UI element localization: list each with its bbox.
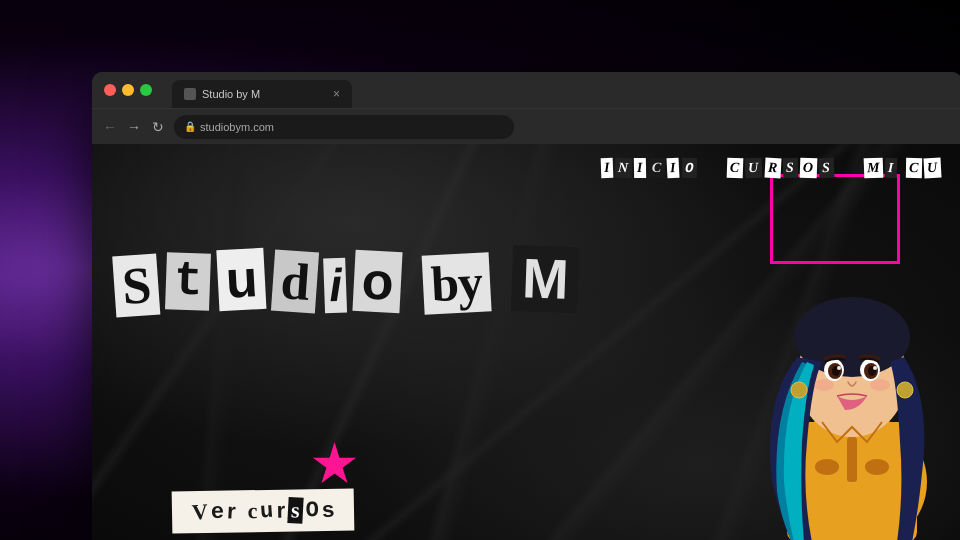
vc-char: c: [247, 498, 257, 524]
nav-char: s: [783, 158, 798, 178]
nav-char: C: [727, 158, 744, 179]
vc-char: O: [306, 498, 320, 523]
nav-char: u: [923, 158, 941, 179]
svg-point-18: [815, 459, 839, 475]
nav-char: i: [667, 158, 680, 179]
lock-icon: 🔒: [184, 121, 196, 132]
studio-by-m-text: S t u d i o by M: [112, 249, 579, 315]
address-input[interactable]: 🔒 studiobym.com: [174, 115, 514, 139]
vc-char: s: [288, 497, 304, 524]
vc-char: V: [191, 499, 209, 526]
address-bar-row: ← → ↻ 🔒 studiobym.com: [92, 108, 960, 144]
nav-item-cursos[interactable]: C u r s O s: [726, 158, 835, 178]
title-letter-o: o: [353, 250, 403, 314]
ver-cursos-button[interactable]: V e r c u r s O s: [172, 488, 355, 533]
nav-item-inicio[interactable]: I n i c i o: [600, 158, 698, 178]
tab-bar: Studio by M ×: [172, 72, 352, 108]
webpage-content: I n i c i o C u r s O s M i c: [92, 144, 960, 540]
nav-char: c: [649, 158, 666, 179]
nav-char: s: [818, 158, 834, 179]
svg-point-14: [870, 379, 890, 391]
character-illustration: [742, 202, 960, 540]
nav-char: u: [745, 158, 763, 179]
browser-window: Studio by M × ← → ↻ 🔒 studiobym.com I n …: [92, 72, 960, 540]
refresh-button[interactable]: ↻: [150, 119, 166, 135]
active-tab[interactable]: Studio by M ×: [172, 80, 352, 108]
browser-titlebar: Studio by M ×: [92, 72, 960, 108]
title-letter-d: d: [270, 250, 318, 314]
svg-point-15: [791, 382, 807, 398]
svg-point-16: [897, 382, 913, 398]
forward-button[interactable]: →: [126, 119, 142, 135]
title-letter-i: i: [324, 257, 348, 312]
title-letter-s: S: [112, 254, 160, 318]
vc-char: s: [321, 496, 335, 523]
ver-cursos-text: V e r c u r s O s: [192, 497, 335, 525]
title-letter-u: u: [216, 248, 266, 312]
vc-char: u: [260, 498, 275, 524]
maximize-traffic-light[interactable]: [140, 84, 152, 96]
vc-char: e: [211, 499, 225, 524]
tab-close-button[interactable]: ×: [333, 87, 340, 101]
title-letter-m: M: [511, 245, 579, 313]
nav-item-micu[interactable]: M i c u: [863, 158, 942, 178]
nav-char: n: [615, 158, 633, 179]
nav-char: c: [905, 158, 922, 178]
nav-char: O: [799, 158, 817, 179]
title-letter-t: t: [165, 253, 211, 311]
vc-char: r: [226, 498, 236, 524]
svg-point-11: [837, 366, 841, 370]
nav-char: I: [601, 158, 614, 179]
svg-point-19: [865, 459, 889, 475]
nav-char: r: [764, 158, 781, 179]
title-word-by: by: [422, 253, 492, 315]
nav-char: i: [885, 158, 898, 179]
nav-char: i: [634, 158, 647, 178]
hero-title: S t u d i o by M: [112, 249, 579, 315]
url-display: studiobym.com: [200, 121, 274, 133]
nav-char: o: [682, 158, 698, 178]
svg-point-13: [814, 379, 834, 391]
tab-title: Studio by M: [202, 88, 260, 100]
svg-point-12: [873, 366, 877, 370]
svg-rect-17: [847, 437, 857, 482]
nav-char: M: [863, 158, 883, 179]
traffic-lights: [104, 84, 152, 96]
close-traffic-light[interactable]: [104, 84, 116, 96]
back-button[interactable]: ←: [102, 119, 118, 135]
cta-area: V e r c u r s O s: [172, 490, 354, 532]
tab-favicon: [184, 88, 196, 100]
vc-char: r: [276, 498, 285, 524]
minimize-traffic-light[interactable]: [122, 84, 134, 96]
site-navigation: I n i c i o C u r s O s M i c: [580, 144, 960, 192]
